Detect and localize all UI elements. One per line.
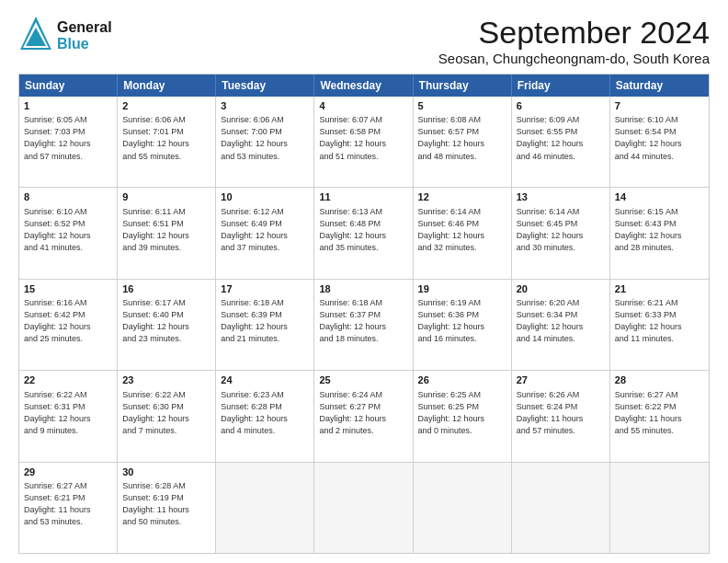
header-friday: Friday [512, 75, 610, 97]
cell-info: Sunrise: 6:16 AM Sunset: 6:42 PM Dayligh… [24, 297, 112, 345]
cell-info: Sunrise: 6:26 AM Sunset: 6:24 PM Dayligh… [517, 389, 605, 437]
logo-icon [18, 15, 53, 57]
cell-info: Sunrise: 6:22 AM Sunset: 6:31 PM Dayligh… [24, 389, 112, 437]
cell-w2-3: 11Sunrise: 6:13 AM Sunset: 6:48 PM Dayli… [314, 188, 413, 278]
day-number: 21 [615, 282, 704, 296]
cell-w2-5: 13Sunrise: 6:14 AM Sunset: 6:45 PM Dayli… [512, 188, 610, 278]
week-row-1: 1Sunrise: 6:05 AM Sunset: 7:03 PM Daylig… [19, 97, 709, 188]
day-number: 11 [319, 190, 407, 204]
day-number: 12 [418, 190, 506, 204]
day-number: 6 [517, 99, 605, 113]
cell-w3-0: 15Sunrise: 6:16 AM Sunset: 6:42 PM Dayli… [19, 280, 118, 370]
day-number: 9 [122, 190, 210, 204]
day-number: 28 [615, 373, 704, 387]
cell-w2-1: 9Sunrise: 6:11 AM Sunset: 6:51 PM Daylig… [118, 188, 216, 278]
cell-w3-4: 19Sunrise: 6:19 AM Sunset: 6:36 PM Dayli… [414, 280, 512, 370]
cell-info: Sunrise: 6:18 AM Sunset: 6:37 PM Dayligh… [319, 297, 407, 345]
cell-w5-4 [414, 463, 512, 553]
logo: General Blue [18, 15, 112, 57]
calendar-body: 1Sunrise: 6:05 AM Sunset: 7:03 PM Daylig… [19, 97, 709, 553]
day-number: 23 [122, 373, 210, 387]
cell-info: Sunrise: 6:14 AM Sunset: 6:46 PM Dayligh… [418, 206, 506, 254]
cell-info: Sunrise: 6:10 AM Sunset: 6:54 PM Dayligh… [615, 114, 704, 162]
page: General Blue September 2024 Seosan, Chun… [0, 0, 728, 563]
cell-w1-5: 6Sunrise: 6:09 AM Sunset: 6:55 PM Daylig… [512, 97, 610, 187]
cell-w3-2: 17Sunrise: 6:18 AM Sunset: 6:39 PM Dayli… [216, 280, 314, 370]
cell-w4-0: 22Sunrise: 6:22 AM Sunset: 6:31 PM Dayli… [19, 371, 118, 461]
day-number: 15 [24, 282, 112, 296]
cell-w1-3: 4Sunrise: 6:07 AM Sunset: 6:58 PM Daylig… [314, 97, 413, 187]
cell-info: Sunrise: 6:28 AM Sunset: 6:19 PM Dayligh… [122, 480, 210, 528]
logo-general-text: General [57, 19, 112, 36]
day-number: 1 [24, 99, 112, 113]
cell-info: Sunrise: 6:17 AM Sunset: 6:40 PM Dayligh… [122, 297, 210, 345]
cell-info: Sunrise: 6:05 AM Sunset: 7:03 PM Dayligh… [24, 114, 112, 162]
cell-w3-3: 18Sunrise: 6:18 AM Sunset: 6:37 PM Dayli… [314, 280, 413, 370]
day-number: 22 [24, 373, 112, 387]
cell-info: Sunrise: 6:15 AM Sunset: 6:43 PM Dayligh… [615, 206, 704, 254]
cell-info: Sunrise: 6:19 AM Sunset: 6:36 PM Dayligh… [418, 297, 506, 345]
day-number: 7 [615, 99, 704, 113]
week-row-5: 29Sunrise: 6:27 AM Sunset: 6:21 PM Dayli… [19, 463, 709, 553]
day-number: 10 [221, 190, 309, 204]
header-tuesday: Tuesday [216, 75, 314, 97]
cell-w1-1: 2Sunrise: 6:06 AM Sunset: 7:01 PM Daylig… [118, 97, 216, 187]
cell-info: Sunrise: 6:25 AM Sunset: 6:25 PM Dayligh… [418, 389, 506, 437]
day-number: 14 [615, 190, 704, 204]
cell-w5-2 [216, 463, 314, 553]
cell-w5-6 [610, 463, 709, 553]
cell-w3-5: 20Sunrise: 6:20 AM Sunset: 6:34 PM Dayli… [512, 280, 610, 370]
day-number: 26 [418, 373, 506, 387]
day-number: 29 [24, 465, 112, 479]
cell-info: Sunrise: 6:10 AM Sunset: 6:52 PM Dayligh… [24, 206, 112, 254]
cell-w4-6: 28Sunrise: 6:27 AM Sunset: 6:22 PM Dayli… [610, 371, 709, 461]
cell-w5-1: 30Sunrise: 6:28 AM Sunset: 6:19 PM Dayli… [118, 463, 216, 553]
cell-w2-0: 8Sunrise: 6:10 AM Sunset: 6:52 PM Daylig… [19, 188, 118, 278]
header-wednesday: Wednesday [314, 75, 413, 97]
week-row-4: 22Sunrise: 6:22 AM Sunset: 6:31 PM Dayli… [19, 371, 709, 462]
week-row-3: 15Sunrise: 6:16 AM Sunset: 6:42 PM Dayli… [19, 280, 709, 371]
main-title: September 2024 [438, 15, 710, 51]
cell-w1-4: 5Sunrise: 6:08 AM Sunset: 6:57 PM Daylig… [414, 97, 512, 187]
cell-w5-0: 29Sunrise: 6:27 AM Sunset: 6:21 PM Dayli… [19, 463, 118, 553]
cell-info: Sunrise: 6:18 AM Sunset: 6:39 PM Dayligh… [221, 297, 309, 345]
cell-info: Sunrise: 6:12 AM Sunset: 6:49 PM Dayligh… [221, 206, 309, 254]
cell-w5-5 [512, 463, 610, 553]
cell-info: Sunrise: 6:22 AM Sunset: 6:30 PM Dayligh… [122, 389, 210, 437]
header: General Blue September 2024 Seosan, Chun… [18, 15, 710, 66]
cell-info: Sunrise: 6:08 AM Sunset: 6:57 PM Dayligh… [418, 114, 506, 162]
cell-w2-2: 10Sunrise: 6:12 AM Sunset: 6:49 PM Dayli… [216, 188, 314, 278]
cell-w2-4: 12Sunrise: 6:14 AM Sunset: 6:46 PM Dayli… [414, 188, 512, 278]
cell-w4-4: 26Sunrise: 6:25 AM Sunset: 6:25 PM Dayli… [414, 371, 512, 461]
cell-w4-2: 24Sunrise: 6:23 AM Sunset: 6:28 PM Dayli… [216, 371, 314, 461]
day-number: 16 [122, 282, 210, 296]
subtitle: Seosan, Chungcheongnam-do, South Korea [438, 51, 710, 66]
header-thursday: Thursday [414, 75, 512, 97]
cell-info: Sunrise: 6:14 AM Sunset: 6:45 PM Dayligh… [517, 206, 605, 254]
day-number: 5 [418, 99, 506, 113]
cell-w1-6: 7Sunrise: 6:10 AM Sunset: 6:54 PM Daylig… [610, 97, 709, 187]
cell-w3-6: 21Sunrise: 6:21 AM Sunset: 6:33 PM Dayli… [610, 280, 709, 370]
cell-w4-5: 27Sunrise: 6:26 AM Sunset: 6:24 PM Dayli… [512, 371, 610, 461]
cell-info: Sunrise: 6:20 AM Sunset: 6:34 PM Dayligh… [517, 297, 605, 345]
cell-w4-1: 23Sunrise: 6:22 AM Sunset: 6:30 PM Dayli… [118, 371, 216, 461]
day-number: 4 [319, 99, 407, 113]
cell-info: Sunrise: 6:11 AM Sunset: 6:51 PM Dayligh… [122, 206, 210, 254]
day-number: 8 [24, 190, 112, 204]
header-monday: Monday [118, 75, 216, 97]
cell-info: Sunrise: 6:06 AM Sunset: 7:01 PM Dayligh… [122, 114, 210, 162]
header-sunday: Sunday [19, 75, 118, 97]
day-number: 18 [319, 282, 407, 296]
calendar: Sunday Monday Tuesday Wednesday Thursday… [18, 74, 710, 554]
cell-info: Sunrise: 6:27 AM Sunset: 6:22 PM Dayligh… [615, 389, 704, 437]
day-number: 13 [517, 190, 605, 204]
week-row-2: 8Sunrise: 6:10 AM Sunset: 6:52 PM Daylig… [19, 188, 709, 279]
calendar-header: Sunday Monday Tuesday Wednesday Thursday… [19, 75, 709, 97]
cell-w1-2: 3Sunrise: 6:06 AM Sunset: 7:00 PM Daylig… [216, 97, 314, 187]
day-number: 25 [319, 373, 407, 387]
cell-info: Sunrise: 6:09 AM Sunset: 6:55 PM Dayligh… [517, 114, 605, 162]
day-number: 20 [517, 282, 605, 296]
day-number: 19 [418, 282, 506, 296]
day-number: 27 [517, 373, 605, 387]
day-number: 2 [122, 99, 210, 113]
